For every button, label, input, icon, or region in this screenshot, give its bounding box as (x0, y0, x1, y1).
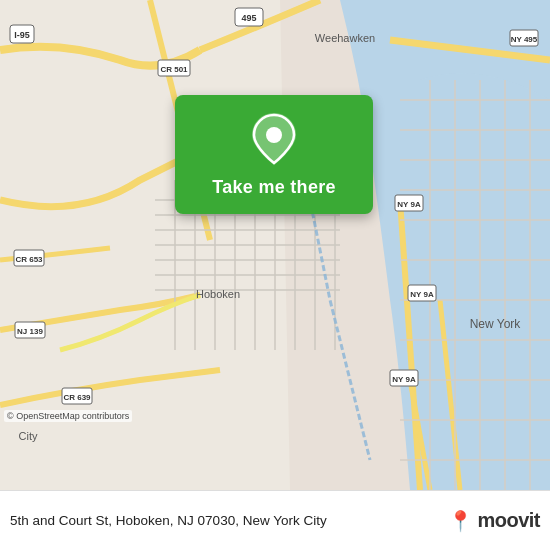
bottom-bar: 5th and Court St, Hoboken, NJ 07030, New… (0, 490, 550, 550)
svg-text:NY 495: NY 495 (511, 35, 538, 44)
address-text: 5th and Court St, Hoboken, NJ 07030, New… (10, 513, 448, 528)
svg-text:NY 9A: NY 9A (410, 290, 434, 299)
svg-text:CR 501: CR 501 (160, 65, 188, 74)
map-container: I-95 495 NY 9A NY 9A NY 9A NY 495 CR 501… (0, 0, 550, 490)
svg-text:NJ 139: NJ 139 (17, 327, 43, 336)
copyright-text: © OpenStreetMap contributors (4, 410, 132, 422)
moovit-pin-icon: 📍 (448, 509, 473, 533)
svg-text:495: 495 (241, 13, 256, 23)
svg-text:Weehawken: Weehawken (315, 32, 375, 44)
map-pin-icon (252, 113, 296, 165)
svg-point-60 (266, 127, 282, 143)
moovit-logo: 📍 moovit (448, 509, 540, 533)
take-me-there-button[interactable]: Take me there (212, 175, 336, 200)
svg-text:New York: New York (470, 317, 522, 331)
svg-text:CR 639: CR 639 (63, 393, 91, 402)
moovit-brand-text: moovit (477, 509, 540, 532)
svg-text:NY 9A: NY 9A (392, 375, 416, 384)
svg-text:City: City (19, 430, 38, 442)
svg-text:I-95: I-95 (14, 30, 30, 40)
svg-text:Hoboken: Hoboken (196, 288, 240, 300)
svg-text:NY 9A: NY 9A (397, 200, 421, 209)
location-card[interactable]: Take me there (175, 95, 373, 214)
svg-text:CR 653: CR 653 (15, 255, 43, 264)
